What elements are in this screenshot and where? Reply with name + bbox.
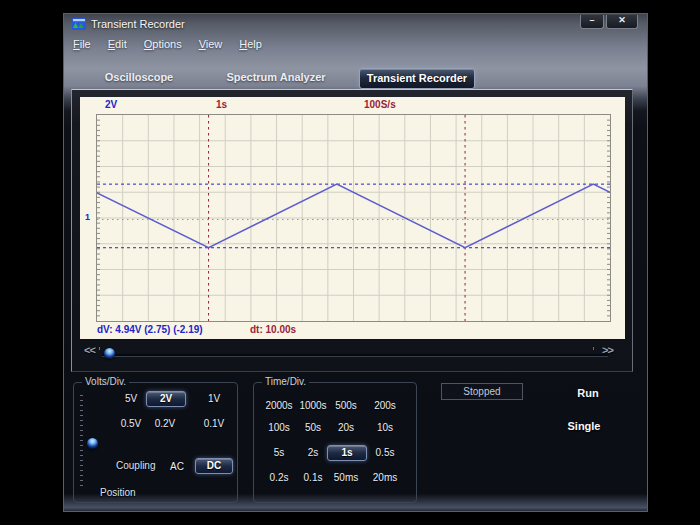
tab-transient-recorder[interactable]: Transient Recorder <box>359 68 475 89</box>
volts-div-option-1V[interactable]: 1V <box>190 391 238 406</box>
window-title: Transient Recorder <box>91 18 185 30</box>
tab-spectrum-analyzer[interactable]: Spectrum Analyzer <box>216 68 336 86</box>
coupling-label: Coupling <box>116 460 155 471</box>
volts-div-title: Volts/Div. <box>82 376 129 387</box>
volts-div-option-2V[interactable]: 2V <box>146 391 186 407</box>
scope-surface: 2V 1s 100S/s 1 dV: 4.94V (2.75) (-2.19) … <box>80 97 625 339</box>
channel-1-marker: 1 <box>85 212 90 222</box>
volts-div-panel: Volts/Div. 5V2V1V0.5V0.2V0.1V Coupling A… <box>73 382 238 503</box>
time-div-option-20ms[interactable]: 20ms <box>361 470 409 485</box>
menu-options[interactable]: Options <box>144 38 182 50</box>
time-per-div-readout: 1s <box>216 99 227 110</box>
time-div-title: Time/Div. <box>262 376 309 387</box>
time-div-option-0.5s[interactable]: 0.5s <box>361 445 409 460</box>
menu-file[interactable]: File <box>73 38 91 50</box>
position-slider-track[interactable] <box>80 395 83 490</box>
time-div-option-200s[interactable]: 200s <box>361 398 409 413</box>
minimize-button[interactable]: – <box>580 15 604 29</box>
coupling-option-ac[interactable]: AC <box>162 459 192 474</box>
position-slider-handle[interactable] <box>87 438 98 449</box>
delta-v-readout: dV: 4.94V (2.75) (-2.19) <box>97 324 203 335</box>
tab-oscilloscope[interactable]: Oscilloscope <box>94 68 184 86</box>
app-window: Transient Recorder – ✕ File Edit Options… <box>63 13 648 512</box>
coupling-option-dc[interactable]: DC <box>195 458 233 474</box>
menu-bar: File Edit Options View Help <box>73 38 262 50</box>
menu-help[interactable]: Help <box>239 38 262 50</box>
scrollbar-track[interactable] <box>102 354 608 357</box>
scope-panel: 2V 1s 100S/s 1 dV: 4.94V (2.75) (-2.19) … <box>71 89 633 372</box>
status-badge: Stopped <box>441 383 523 400</box>
scrollbar-thumb[interactable] <box>104 348 115 359</box>
scroll-left-button[interactable]: << <box>84 344 95 356</box>
single-button[interactable]: Single <box>554 420 614 432</box>
waveform-display[interactable] <box>96 114 611 322</box>
close-button[interactable]: ✕ <box>606 15 638 29</box>
app-icon <box>72 18 86 30</box>
volts-div-option-0.2V[interactable]: 0.2V <box>141 416 189 431</box>
volts-div-option-0.1V[interactable]: 0.1V <box>190 416 238 431</box>
menu-edit[interactable]: Edit <box>108 38 127 50</box>
delta-t-readout: dt: 10.00s <box>250 324 296 335</box>
title-bar[interactable]: Transient Recorder – ✕ <box>64 14 647 34</box>
sample-rate-readout: 100S/s <box>364 99 396 110</box>
menu-view[interactable]: View <box>199 38 223 50</box>
volts-per-div-readout: 2V <box>105 99 117 110</box>
scrollbar-start-tick <box>99 347 100 350</box>
time-div-panel: Time/Div. 2000s1000s500s200s100s50s20s10… <box>253 382 417 503</box>
position-label: Position <box>100 487 136 498</box>
time-div-option-10s[interactable]: 10s <box>361 420 409 435</box>
scrollbar-end-tick <box>593 347 594 350</box>
run-button[interactable]: Run <box>558 387 618 399</box>
